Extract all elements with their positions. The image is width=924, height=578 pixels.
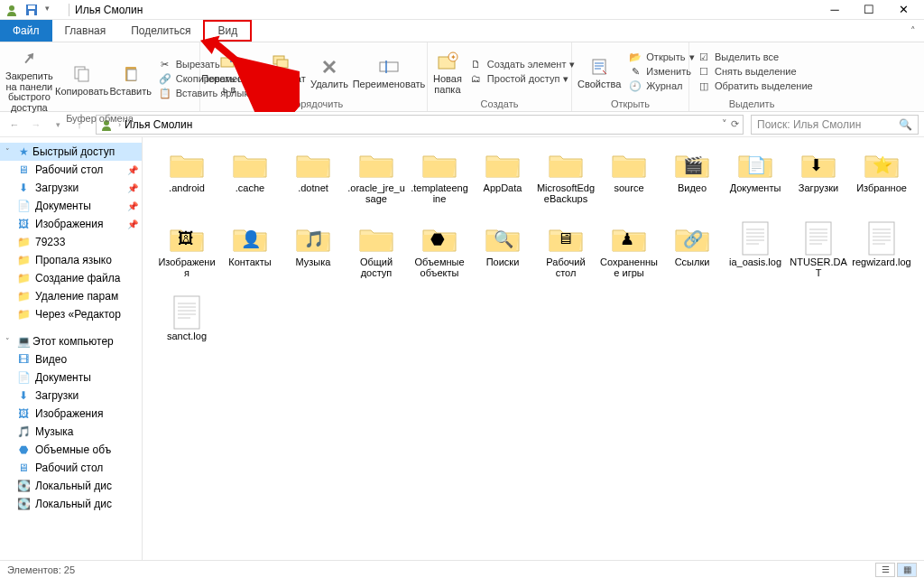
- sidebar-cherez[interactable]: 📁Через «Редактор: [0, 305, 142, 323]
- sidebar-propala[interactable]: 📁Пропала языко: [0, 251, 142, 269]
- file-item[interactable]: 🖥Рабочий стол: [534, 220, 597, 291]
- copy-to-button[interactable]: Копироват ь в: [258, 47, 305, 95]
- move-to-button[interactable]: Переместит ь в: [206, 47, 253, 95]
- sidebar-udalenie[interactable]: 📁Удаление парам: [0, 287, 142, 305]
- file-name: Загрузки: [797, 182, 840, 193]
- sidebar-documents[interactable]: 📄Документы📌: [0, 197, 142, 215]
- file-item[interactable]: MicrosoftEdgeBackups: [534, 146, 597, 217]
- folder-icon: [484, 146, 522, 182]
- ribbon-collapse-icon[interactable]: ˄: [902, 20, 924, 42]
- easy-access-button[interactable]: 🗂Простой доступ ▾: [467, 72, 578, 86]
- folder-icon: 🔍: [484, 220, 522, 256]
- select-none-button[interactable]: ☐Снять выделение: [695, 65, 815, 79]
- file-icon: [172, 294, 201, 331]
- file-list[interactable]: .android.cache.dotnet.oracle_jre_usage.t…: [143, 137, 924, 560]
- maximize-button[interactable]: ☐: [852, 0, 886, 20]
- file-item[interactable]: 🔗Ссылки: [661, 220, 724, 291]
- refresh-icon[interactable]: ⟳: [731, 118, 739, 130]
- file-item[interactable]: .templateengine: [408, 146, 471, 217]
- file-name: .cache: [234, 182, 266, 193]
- sidebar-3d[interactable]: ⬣Объемные объ: [0, 441, 142, 459]
- folder-icon: ⬣: [420, 220, 458, 256]
- file-item[interactable]: .dotnet: [282, 146, 345, 217]
- paste-button[interactable]: Вставить: [111, 60, 151, 98]
- tab-share[interactable]: Поделиться: [118, 20, 203, 42]
- file-name: source: [612, 182, 645, 193]
- sidebar-pics2[interactable]: 🖼Изображения: [0, 405, 142, 423]
- sidebar-quick-access[interactable]: ˅★Быстрый доступ: [0, 143, 142, 161]
- select-all-button[interactable]: ☑Выделить все: [695, 51, 815, 64]
- open-button[interactable]: 📂Открыть ▾: [626, 51, 696, 64]
- sidebar-disk-d[interactable]: 💽Локальный дис: [0, 495, 142, 513]
- properties-button[interactable]: Свойства: [578, 52, 621, 90]
- nav-pane[interactable]: ˅★Быстрый доступ 🖥Рабочий стол📌 ⬇Загрузк…: [0, 137, 143, 560]
- sidebar-sozdanie[interactable]: 📁Создание файла: [0, 269, 142, 287]
- sidebar-pictures[interactable]: 🖼Изображения📌: [0, 215, 142, 233]
- expand-icon[interactable]: ˅: [5, 147, 14, 156]
- objects3d-icon: ⬣: [16, 443, 31, 456]
- file-item[interactable]: 🖼Изображения: [155, 220, 218, 291]
- save-icon[interactable]: [25, 4, 38, 16]
- tab-view[interactable]: Вид: [203, 20, 252, 42]
- history-button[interactable]: 🕘Журнал: [626, 79, 696, 93]
- sidebar-desktop[interactable]: 🖥Рабочий стол📌: [0, 161, 142, 179]
- view-icons-button[interactable]: ▦: [897, 563, 917, 577]
- address-dropdown-icon[interactable]: ˅: [722, 118, 727, 130]
- minimize-button[interactable]: ─: [818, 0, 852, 20]
- file-item[interactable]: 🔍Поиски: [471, 220, 534, 291]
- file-item[interactable]: ⬇Загрузки: [787, 146, 850, 217]
- file-item[interactable]: .android: [155, 146, 218, 217]
- svg-rect-10: [277, 60, 288, 68]
- sidebar-disk-c[interactable]: 💽Локальный дис: [0, 477, 142, 495]
- new-item-button[interactable]: 🗋Создать элемент ▾: [467, 58, 578, 71]
- copy-button[interactable]: Копировать: [59, 60, 106, 98]
- file-item[interactable]: 👤Контакты: [218, 220, 282, 291]
- sidebar-downloads[interactable]: ⬇Загрузки📌: [0, 179, 142, 197]
- invert-selection-button[interactable]: ◫Обратить выделение: [695, 79, 815, 93]
- file-item[interactable]: 🎵Музыка: [282, 220, 345, 291]
- sidebar-video[interactable]: 🎞Видео: [0, 350, 142, 368]
- folder-icon: [294, 146, 332, 182]
- sidebar-this-pc[interactable]: ˅💻Этот компьютер: [0, 332, 142, 350]
- file-item[interactable]: source: [597, 146, 661, 217]
- view-details-button[interactable]: ☰: [875, 563, 895, 577]
- file-item[interactable]: sanct.log: [155, 294, 218, 365]
- file-item[interactable]: .cache: [218, 146, 282, 217]
- folder-icon: [357, 220, 395, 256]
- rename-button[interactable]: Переименовать: [354, 52, 424, 90]
- file-item[interactable]: .oracle_jre_usage: [345, 146, 408, 217]
- sidebar-dl2[interactable]: ⬇Загрузки: [0, 387, 142, 405]
- file-item[interactable]: 🎬Видео: [661, 146, 724, 217]
- tab-file[interactable]: Файл: [0, 20, 52, 42]
- file-item[interactable]: NTUSER.DAT: [787, 220, 850, 291]
- search-box[interactable]: Поиск: Илья Смолин 🔍: [751, 115, 919, 135]
- edit-icon: ✎: [628, 66, 642, 78]
- pin-icon: 📌: [127, 165, 138, 175]
- file-name: sanct.log: [165, 331, 208, 341]
- file-item[interactable]: ♟Сохраненные игры: [597, 220, 661, 291]
- delete-button[interactable]: Удалить: [310, 52, 348, 90]
- sidebar-79233[interactable]: 📁79233: [0, 233, 142, 251]
- selectnone-icon: ☐: [697, 66, 711, 78]
- user-icon: [5, 4, 18, 16]
- sidebar-music[interactable]: 🎵Музыка: [0, 423, 142, 441]
- pin-quick-access-button[interactable]: Закрепить на панели быстрого доступа: [5, 44, 53, 113]
- qat-dropdown-icon[interactable]: ▾: [45, 4, 58, 16]
- close-button[interactable]: ✕: [886, 0, 920, 20]
- folder-icon: 📁: [16, 236, 31, 248]
- new-folder-button[interactable]: ✦Новая папка: [433, 47, 462, 95]
- expand-icon[interactable]: ˅: [5, 337, 14, 346]
- tab-home[interactable]: Главная: [52, 20, 119, 42]
- downloads-icon: ⬇: [16, 182, 31, 194]
- file-item[interactable]: ⬣Объемные объекты: [408, 220, 471, 291]
- sidebar-desk2[interactable]: 🖥Рабочий стол: [0, 459, 142, 477]
- file-item[interactable]: 📄Документы: [724, 146, 787, 217]
- edit-button[interactable]: ✎Изменить: [626, 65, 696, 79]
- sidebar-docs2[interactable]: 📄Документы: [0, 368, 142, 387]
- file-item[interactable]: Общий доступ: [345, 220, 408, 291]
- file-item[interactable]: ia_oasis.log: [724, 220, 787, 291]
- file-item[interactable]: regwizard.log: [850, 220, 913, 291]
- file-item[interactable]: AppData: [471, 146, 534, 217]
- breadcrumb-text[interactable]: Илья Смолин: [125, 118, 718, 131]
- file-item[interactable]: ⭐Избранное: [850, 146, 913, 217]
